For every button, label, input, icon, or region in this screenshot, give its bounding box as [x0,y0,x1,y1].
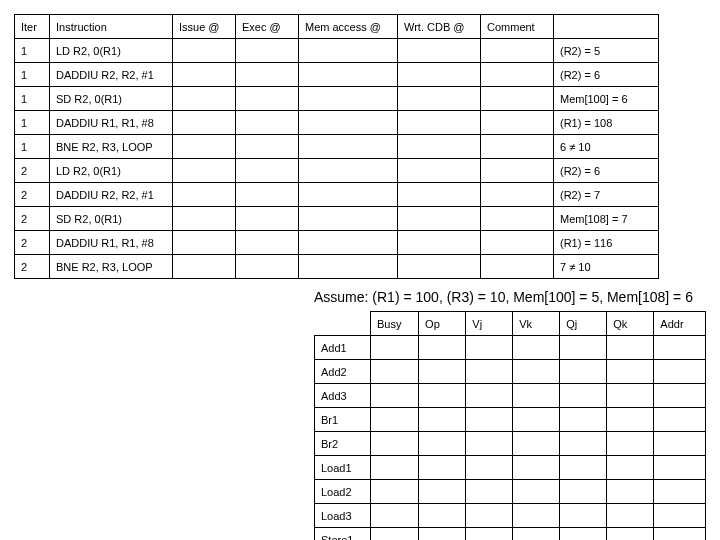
cell-instr: DADDIU R2, R2, #1 [50,63,173,87]
cell-mem [299,39,398,63]
cell-exec [236,135,299,159]
cell-qj [560,384,607,408]
table-row: Add3 [315,384,706,408]
cell-op [419,384,466,408]
cell-exec [236,159,299,183]
cell-mem [299,159,398,183]
cell-iter: 1 [15,63,50,87]
cell-qk [607,408,654,432]
cell-busy [371,480,419,504]
cell-addr [654,384,706,408]
cell-op [419,504,466,528]
cell-cmt [481,111,554,135]
cell-op [419,432,466,456]
cell-mem [299,111,398,135]
cell-exec [236,207,299,231]
cell-vj [466,408,513,432]
table-row: 1DADDIU R2, R2, #1(R2) = 6 [15,63,659,87]
cell-res: 6 ≠ 10 [554,135,659,159]
cell-iter: 1 [15,39,50,63]
col-addr: Addr [654,312,706,336]
cell-qk [607,336,654,360]
col-instr: Instruction [50,15,173,39]
cell-cmt [481,135,554,159]
table-row: Load3 [315,504,706,528]
cell-busy [371,504,419,528]
table-row: Load1 [315,456,706,480]
cell-qj [560,360,607,384]
cell-op [419,528,466,541]
cell-exec [236,183,299,207]
cell-res: Mem[100] = 6 [554,87,659,111]
cell-exec [236,87,299,111]
cell-cmt [481,87,554,111]
cell-name: Load2 [315,480,371,504]
cell-cmt [481,39,554,63]
cell-name: Add3 [315,384,371,408]
cell-wrt [398,63,481,87]
cell-wrt [398,87,481,111]
cell-vj [466,384,513,408]
cell-name: Br1 [315,408,371,432]
cell-vk [513,408,560,432]
cell-vj [466,456,513,480]
cell-exec [236,255,299,279]
col-issue: Issue @ [173,15,236,39]
cell-vj [466,480,513,504]
cell-mem [299,87,398,111]
cell-instr: SD R2, 0(R1) [50,87,173,111]
cell-qk [607,528,654,541]
table-row: 1LD R2, 0(R1)(R2) = 5 [15,39,659,63]
table-row: Load2 [315,480,706,504]
cell-issue [173,255,236,279]
cell-qj [560,480,607,504]
cell-cmt [481,231,554,255]
cell-name: Br2 [315,432,371,456]
cell-busy [371,432,419,456]
cell-wrt [398,207,481,231]
cell-iter: 1 [15,111,50,135]
instruction-schedule-table: Iter Instruction Issue @ Exec @ Mem acce… [14,14,659,279]
cell-busy [371,360,419,384]
col-vk: Vk [513,312,560,336]
cell-qk [607,480,654,504]
cell-name: Store1 [315,528,371,541]
cell-instr: DADDIU R2, R2, #1 [50,183,173,207]
cell-exec [236,63,299,87]
cell-mem [299,231,398,255]
col-name-blank [315,312,371,336]
col-res [554,15,659,39]
cell-op [419,456,466,480]
cell-addr [654,360,706,384]
cell-busy [371,336,419,360]
cell-addr [654,336,706,360]
cell-iter: 1 [15,87,50,111]
col-qk: Qk [607,312,654,336]
col-mem: Mem access @ [299,15,398,39]
cell-name: Add2 [315,360,371,384]
cell-mem [299,63,398,87]
cell-qj [560,504,607,528]
cell-busy [371,456,419,480]
col-op: Op [419,312,466,336]
table-row: Add1 [315,336,706,360]
cell-instr: SD R2, 0(R1) [50,207,173,231]
cell-issue [173,63,236,87]
cell-instr: LD R2, 0(R1) [50,39,173,63]
cell-qj [560,528,607,541]
cell-mem [299,207,398,231]
cell-issue [173,87,236,111]
cell-issue [173,39,236,63]
cell-qj [560,432,607,456]
cell-wrt [398,39,481,63]
cell-qk [607,504,654,528]
cell-cmt [481,207,554,231]
cell-addr [654,456,706,480]
col-iter: Iter [15,15,50,39]
cell-op [419,480,466,504]
cell-op [419,360,466,384]
cell-qk [607,456,654,480]
col-cmt: Comment [481,15,554,39]
cell-busy [371,384,419,408]
cell-qk [607,384,654,408]
